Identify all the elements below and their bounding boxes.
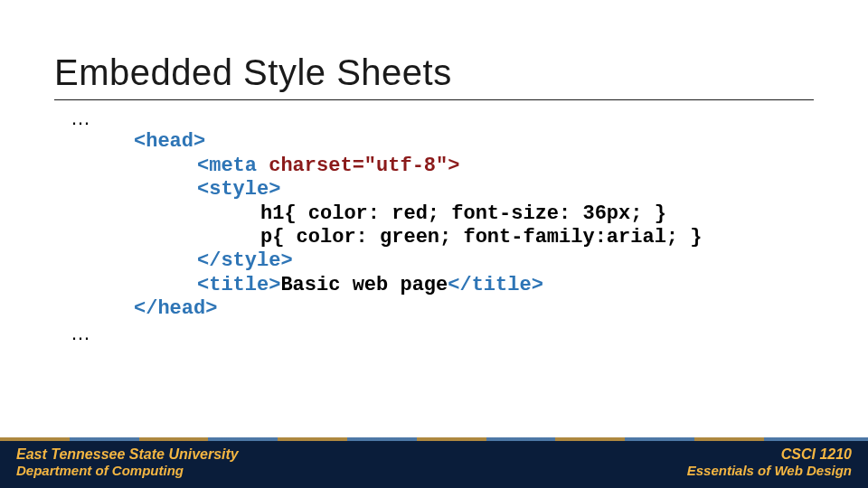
title-close: </title> xyxy=(448,274,543,296)
code-block: … <head> <meta charset="utf-8"> <style> … xyxy=(71,107,702,345)
title-underline xyxy=(54,99,814,100)
course-name: Essentials of Web Design xyxy=(687,463,852,478)
rule-p: p{ color: green; font-family:arial; } xyxy=(260,226,702,249)
footer-stripe xyxy=(0,437,868,441)
ellipsis-top: … xyxy=(71,107,702,130)
university-name: East Tennessee State University xyxy=(16,446,239,463)
footer: East Tennessee State University Departme… xyxy=(0,437,868,488)
head-open: <head> xyxy=(134,130,205,153)
ellipsis-bottom: … xyxy=(71,322,702,345)
meta-open: <meta xyxy=(197,155,269,177)
rule-h1: h1{ color: red; font-size: 36px; } xyxy=(260,202,666,225)
style-close: </style> xyxy=(197,249,293,272)
title-text: Basic web page xyxy=(280,274,448,296)
slide-title: Embedded Style Sheets xyxy=(54,52,452,93)
department-name: Department of Computing xyxy=(16,463,239,478)
meta-attr: charset="utf-8"> xyxy=(269,155,459,177)
footer-left: East Tennessee State University Departme… xyxy=(16,446,239,478)
style-open: <style> xyxy=(197,178,280,201)
course-code: CSCI 1210 xyxy=(687,446,852,463)
footer-right: CSCI 1210 Essentials of Web Design xyxy=(687,446,852,478)
head-close: </head> xyxy=(134,297,217,320)
slide: Embedded Style Sheets … <head> <meta cha… xyxy=(0,0,868,488)
title-open: <title> xyxy=(197,274,280,296)
